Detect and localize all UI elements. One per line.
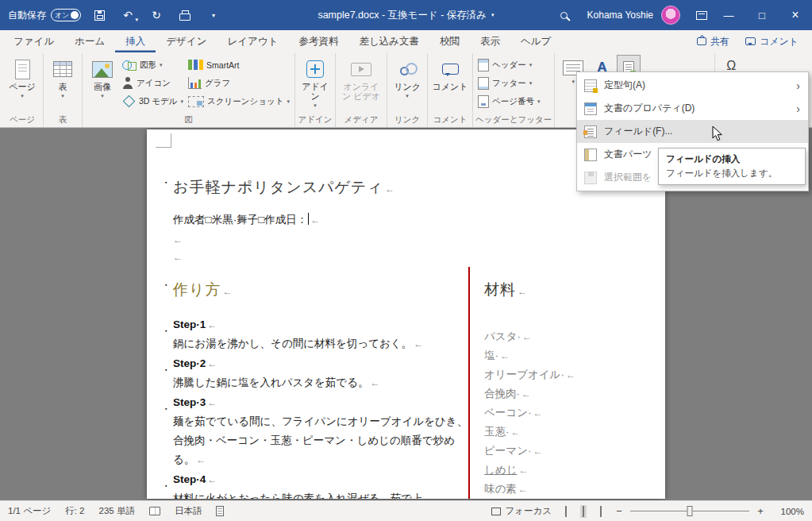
ribbon-display-options-button[interactable] xyxy=(691,4,712,26)
tab-help[interactable]: ヘルプ xyxy=(510,30,561,52)
quick-print-button[interactable] xyxy=(175,4,195,26)
icons-button[interactable]: アイコン xyxy=(120,74,186,92)
empty-paragraph[interactable]: ← xyxy=(173,234,183,245)
footer-button[interactable]: フッター▾ xyxy=(475,74,543,92)
tab-mailings[interactable]: 差し込み文書 xyxy=(348,30,429,52)
menu-item-field[interactable]: フィールド(F)... xyxy=(577,120,808,143)
ingredient-item[interactable]: パスタ·← xyxy=(484,327,575,346)
pages-button[interactable]: ページ ▾ xyxy=(4,54,40,99)
shapes-button[interactable]: 図形▾ xyxy=(120,56,186,74)
smartart-button[interactable]: SmartArt xyxy=(186,56,292,74)
table-button[interactable]: 表 ▾ xyxy=(46,54,79,99)
screenshot-button[interactable]: スクリーンショット▾ xyxy=(186,92,292,110)
step-label[interactable]: ▪Step·2← xyxy=(173,354,470,373)
read-mode-button[interactable] xyxy=(563,505,569,518)
close-icon: × xyxy=(791,8,799,22)
ingredient-item[interactable]: ピーマン·← xyxy=(484,442,575,461)
step-text[interactable]: 麺を茹でている間に、フライパンにオリーブオイルをひき、合挽肉・ベーコン・玉葱・ピ… xyxy=(173,412,470,469)
step-label[interactable]: ▪Step·3← xyxy=(173,393,470,412)
step-text[interactable]: 鍋にお湯を沸かし、その間に材料を切っておく。← xyxy=(173,334,470,353)
pages-icon xyxy=(15,60,30,79)
minimize-button[interactable]: — xyxy=(712,0,745,30)
online-video-button: オンライン ビデオ xyxy=(338,54,384,101)
steps-heading[interactable]: ▪作り方← xyxy=(173,280,233,300)
step-text[interactable]: 材料に火がとおったら味の素を入れ混ぜる。茹で上 xyxy=(173,489,470,499)
page-indicator[interactable]: 1/1 ページ xyxy=(8,505,51,517)
document-title[interactable]: ▪お手軽ナポリタンスパゲティ← xyxy=(173,177,395,198)
ingredients-heading[interactable]: 材料← xyxy=(484,280,528,300)
autosave-toggle[interactable]: 自動保存 オン xyxy=(8,9,81,22)
comment-icon xyxy=(745,37,756,45)
step-label[interactable]: ▪Step·4← xyxy=(173,470,470,489)
user-name[interactable]: Kohama Yoshie xyxy=(587,10,653,21)
empty-paragraph[interactable]: ← xyxy=(173,252,183,263)
3d-models-button[interactable]: 3D モデル▾ xyxy=(120,92,186,110)
tab-view[interactable]: 表示 xyxy=(470,30,510,52)
comments-button[interactable]: コメント xyxy=(738,33,806,51)
tab-insert[interactable]: 挿入 xyxy=(115,30,156,52)
building-blocks-icon xyxy=(584,149,597,161)
close-button[interactable]: × xyxy=(779,0,812,30)
tab-review[interactable]: 校閲 xyxy=(429,30,470,52)
new-comment-button[interactable]: コメント xyxy=(430,54,470,91)
footer-icon xyxy=(478,77,489,90)
tab-design[interactable]: デザイン xyxy=(156,30,217,52)
share-button[interactable]: 共有 xyxy=(690,33,737,51)
icons-icon xyxy=(122,77,133,89)
ingredient-item[interactable]: ベーコン·← xyxy=(484,403,575,423)
redo-button[interactable]: ↻ xyxy=(146,4,167,26)
zoom-out-button[interactable]: − xyxy=(615,505,623,517)
document-status-button[interactable] xyxy=(216,506,224,516)
tab-layout[interactable]: レイアウト xyxy=(217,30,288,52)
save-button[interactable] xyxy=(89,4,110,26)
ingredient-item[interactable]: 塩·← xyxy=(484,346,575,365)
addins-button[interactable]: アドイン ▾ xyxy=(298,54,333,109)
header-button[interactable]: ヘッダー▾ xyxy=(475,56,543,74)
customize-qat-button[interactable]: ▾ xyxy=(203,4,224,26)
search-button[interactable] xyxy=(554,4,575,26)
language-indicator[interactable]: 日本語 xyxy=(175,505,202,517)
focus-button[interactable]: フォーカス xyxy=(491,505,552,517)
proofing-status-button[interactable] xyxy=(149,507,160,515)
chevron-down-icon: ▾ xyxy=(101,92,104,99)
tab-home[interactable]: ホーム xyxy=(64,30,115,52)
zoom-slider-thumb[interactable] xyxy=(687,506,693,516)
tooltip-body: フィールドを挿入します。 xyxy=(666,168,798,179)
ingredient-item[interactable]: 合挽肉·← xyxy=(484,384,575,403)
ingredient-item[interactable]: 玉葱·← xyxy=(484,423,575,442)
step-label[interactable]: ▪Step·1← xyxy=(173,315,470,334)
ingredient-item[interactable]: しめじ← xyxy=(484,461,575,480)
menu-item-document-property[interactable]: 文書のプロパティ(D) › xyxy=(577,97,808,120)
zoom-in-button[interactable]: + xyxy=(756,505,764,517)
ingredient-item[interactable]: オリーブオイル·← xyxy=(484,365,575,384)
link-button[interactable]: リンク ▾ xyxy=(390,54,425,99)
chart-button[interactable]: グラフ xyxy=(186,74,292,92)
maximize-button[interactable]: □ xyxy=(745,0,779,30)
ingredient-item[interactable]: 味の素← xyxy=(484,480,575,499)
menu-item-autotext[interactable]: 定型句(A) › xyxy=(577,74,808,97)
steps-list[interactable]: ▪Step·1← 鍋にお湯を沸かし、その間に材料を切っておく。← ▪Step·2… xyxy=(173,315,470,499)
line-indicator[interactable]: 行: 2 xyxy=(65,505,84,517)
tab-file[interactable]: ファイル xyxy=(3,30,64,52)
avatar[interactable] xyxy=(661,6,680,25)
word-count[interactable]: 235 単語 xyxy=(99,505,135,517)
web-layout-button[interactable] xyxy=(598,505,604,518)
step-text[interactable]: 沸騰した鍋に塩を入れパスタを茹でる。← xyxy=(173,373,470,392)
picture-button[interactable]: 画像 ▾ xyxy=(85,54,120,99)
autosave-switch[interactable]: オン xyxy=(51,9,81,21)
field-icon xyxy=(584,125,597,138)
group-comments: コメント コメント xyxy=(428,53,473,127)
chevron-down-icon: ▾ xyxy=(135,17,138,23)
group-table: 表 ▾ 表 xyxy=(44,53,83,127)
heading-bullet-icon: ▪ xyxy=(165,282,167,288)
zoom-level[interactable]: 100% xyxy=(775,507,804,516)
document-byline[interactable]: 作成者□米黒·舞子□作成日：← xyxy=(173,213,320,227)
ingredients-list[interactable]: パスタ·← 塩·← オリーブオイル·← 合挽肉·← ベーコン·← 玉葱·← ピー… xyxy=(484,327,575,499)
zoom-slider[interactable] xyxy=(630,511,749,511)
tab-references[interactable]: 参考資料 xyxy=(288,30,348,52)
group-label-illustrations: 図 xyxy=(85,114,292,127)
save-selection-icon xyxy=(584,172,597,184)
page-number-button[interactable]: ページ番号▾ xyxy=(475,92,543,110)
undo-button[interactable]: ↶▾ xyxy=(117,4,138,26)
print-layout-button[interactable] xyxy=(580,505,587,518)
